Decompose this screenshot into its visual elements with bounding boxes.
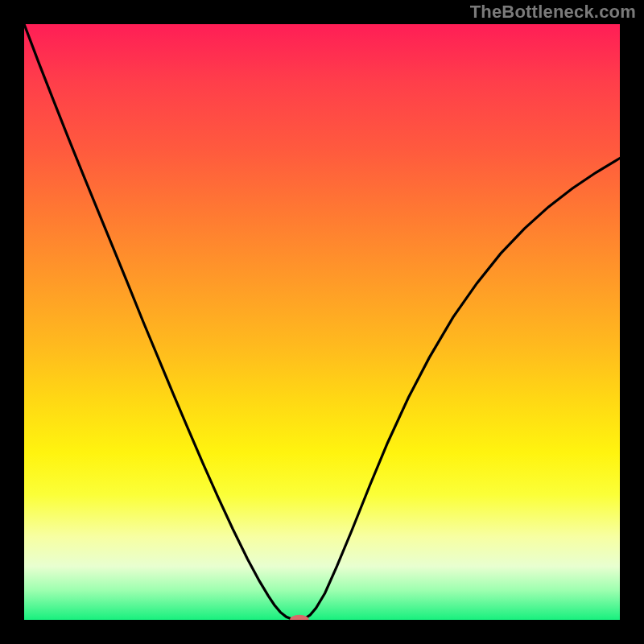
watermark-text: TheBottleneck.com	[470, 2, 636, 23]
optimal-point-marker	[290, 615, 309, 620]
bottleneck-curve	[24, 24, 620, 620]
chart-svg	[24, 24, 620, 620]
chart-frame: TheBottleneck.com	[0, 0, 644, 644]
plot-area	[24, 24, 620, 620]
